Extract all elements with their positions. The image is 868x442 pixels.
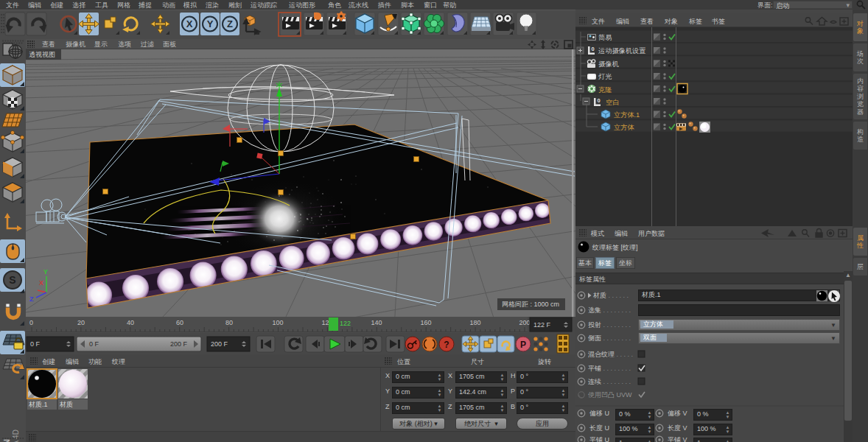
svg-text:平铺 V: 平铺 V — [668, 436, 687, 442]
svg-text:Y: Y — [207, 18, 214, 29]
svg-text:0: 0 — [29, 319, 33, 326]
svg-text:140: 140 — [371, 319, 382, 326]
svg-text:偏移 V: 偏移 V — [667, 410, 687, 417]
svg-text:使用凹凸 UVW: 使用凹凸 UVW — [587, 391, 632, 399]
svg-text:200 F: 200 F — [211, 340, 228, 348]
svg-text:122: 122 — [340, 320, 351, 327]
svg-text:材质 . . . . . .: 材质 . . . . . . — [592, 292, 629, 299]
svg-text:0 F: 0 F — [30, 340, 41, 348]
svg-text:平铺 . . . . . . . .: 平铺 . . . . . . . . — [588, 365, 631, 372]
svg-text:X: X — [39, 279, 43, 287]
svg-text:简易: 简易 — [598, 34, 612, 41]
svg-text:偏移 U: 偏移 U — [589, 410, 609, 417]
svg-text:180: 180 — [469, 319, 480, 326]
svg-text:P: P — [520, 340, 526, 350]
svg-text:透视视图: 透视视图 — [29, 51, 55, 58]
svg-text:160: 160 — [420, 319, 431, 326]
svg-text:摄像机: 摄像机 — [598, 60, 619, 68]
svg-text:?: ? — [444, 340, 449, 350]
svg-text:Y: Y — [43, 268, 48, 276]
svg-text:40: 40 — [127, 319, 134, 326]
svg-text:长度 U: 长度 U — [589, 424, 609, 432]
svg-text:20: 20 — [77, 319, 85, 326]
svg-text:空白: 空白 — [606, 99, 619, 106]
svg-text:S: S — [9, 274, 15, 286]
svg-text:CINEMA 4D: CINEMA 4D — [12, 429, 20, 442]
svg-text:MAXON: MAXON — [2, 439, 11, 442]
svg-text:立方体.1: 立方体.1 — [614, 111, 640, 119]
svg-text:克隆: 克隆 — [598, 86, 612, 94]
svg-text:80: 80 — [225, 319, 233, 326]
svg-text:投射 . . . . . . . .: 投射 . . . . . . . . — [588, 321, 631, 329]
svg-text:X: X — [186, 18, 193, 29]
svg-text:Z: Z — [227, 18, 233, 29]
svg-text:混合纹理 . . . . .: 混合纹理 . . . . . — [588, 351, 633, 358]
svg-text:0 F: 0 F — [89, 340, 99, 348]
svg-text:侧面 . . . . . . . .: 侧面 . . . . . . . . — [588, 334, 631, 342]
svg-text:200: 200 — [519, 319, 530, 326]
svg-text:平铺 U: 平铺 U — [589, 436, 609, 442]
svg-text:60: 60 — [176, 319, 183, 326]
svg-text:网格间距 : 1000 cm: 网格间距 : 1000 cm — [502, 301, 559, 308]
svg-text:200 F: 200 F — [170, 340, 188, 348]
svg-text:100: 100 — [272, 319, 283, 326]
svg-text:Z: Z — [29, 295, 34, 303]
svg-text:连续 . . . . . . . .: 连续 . . . . . . . . — [588, 378, 631, 385]
svg-text:长度 V: 长度 V — [668, 424, 687, 432]
svg-text:0: 0 — [598, 97, 601, 104]
svg-text:选集 . . . . . . . .: 选集 . . . . . . . . — [588, 306, 631, 314]
svg-text:0: 0 — [592, 46, 595, 52]
svg-text:灯光: 灯光 — [598, 73, 612, 80]
svg-text:运动摄像机设置: 运动摄像机设置 — [598, 47, 645, 55]
svg-text:立方体: 立方体 — [614, 124, 634, 131]
svg-text:122 F: 122 F — [533, 321, 551, 329]
